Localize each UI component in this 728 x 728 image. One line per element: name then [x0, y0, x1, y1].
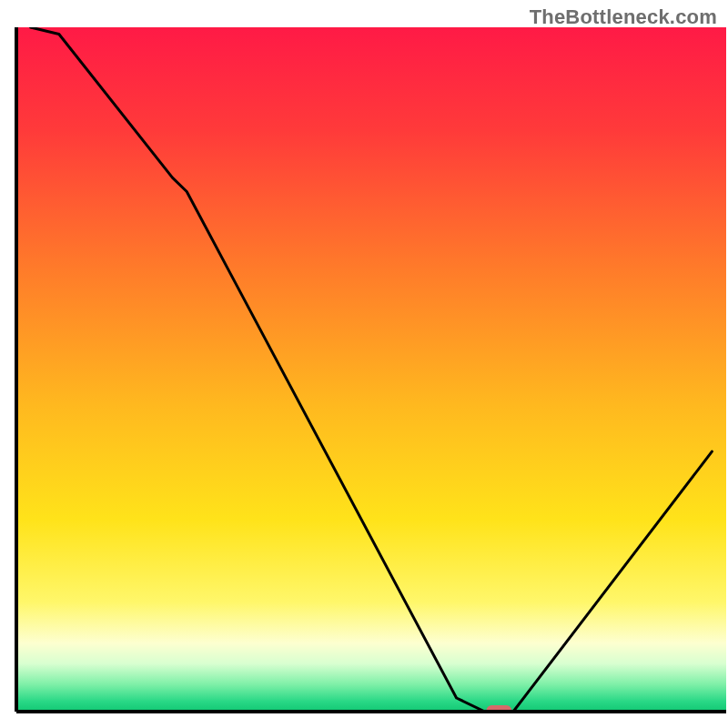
- bottleneck-chart: [0, 0, 728, 728]
- plot-area: [16, 27, 726, 716]
- chart-container: TheBottleneck.com: [0, 0, 728, 728]
- gradient-background: [16, 27, 726, 712]
- watermark-text: TheBottleneck.com: [530, 5, 717, 29]
